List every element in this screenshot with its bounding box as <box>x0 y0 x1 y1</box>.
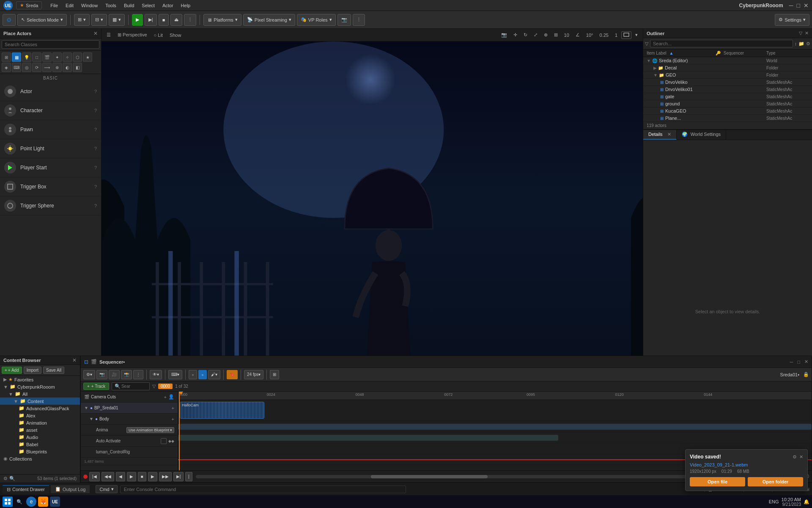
extra-btn[interactable]: ⋮ <box>353 14 365 26</box>
console-input[interactable] <box>120 486 406 493</box>
cb-import-btn[interactable]: Import <box>24 367 41 374</box>
tab-world-settings[interactable]: 🌍 World Settings <box>677 130 726 140</box>
cb-favorites[interactable]: ▶ ★ Favorites <box>0 376 80 383</box>
filter-xr[interactable]: ◈ <box>2 63 11 72</box>
filter-ai[interactable]: ⊕ <box>52 63 62 72</box>
seq-capture-btn[interactable]: 📸 <box>121 370 132 379</box>
seq-ctrl8[interactable]: ▶| <box>173 472 184 481</box>
pawn-help-icon[interactable]: ? <box>94 127 97 132</box>
seq-maximize-btn[interactable]: □ <box>797 359 800 364</box>
open-folder-btn[interactable]: Open folder <box>748 477 803 486</box>
notif-close-icon[interactable]: ✕ <box>799 454 803 460</box>
seq-camera-btn[interactable]: 📷 <box>96 370 107 379</box>
seq-track-anima[interactable]: Anima Use Animation Blueprint ▾ <box>81 425 178 436</box>
menu-tools[interactable]: Tools <box>102 2 120 9</box>
filter-misc[interactable]: ◐ <box>63 63 72 72</box>
filter-nav[interactable]: ◎ <box>22 63 31 72</box>
outliner-settings-icon[interactable]: ⚙ <box>806 41 810 47</box>
place-actors-close[interactable]: ✕ <box>93 30 98 36</box>
seq-eye-btn[interactable]: 👁▾ <box>150 370 162 379</box>
menu-help[interactable]: Help <box>178 2 194 9</box>
edge-btn[interactable]: e <box>26 497 36 507</box>
scale-tool[interactable]: ⤢ <box>531 31 540 39</box>
search-taskbar-btn[interactable]: 🔍 <box>14 497 25 507</box>
filter-visual[interactable]: ✦ <box>52 52 62 62</box>
menu-build[interactable]: Build <box>121 2 137 9</box>
seq-paint-btn[interactable]: 🖌▾ <box>208 370 220 379</box>
cb-content[interactable]: ▼ 📁 Content <box>0 398 80 405</box>
snap-btn[interactable]: ⊞ <box>551 31 560 39</box>
seq-search-input[interactable] <box>121 384 147 389</box>
frame-btn[interactable]: 1 <box>612 32 620 39</box>
scale-val[interactable]: 0.25 <box>597 32 611 39</box>
seq-keys-btn[interactable]: ⌨▾ <box>168 370 182 379</box>
cb-babel[interactable]: 📁 Babel <box>0 441 80 448</box>
seq-transform-btn[interactable]: ⬦ <box>189 370 197 379</box>
camera-cuts-person[interactable]: 👤 <box>168 394 174 400</box>
filter-volumes[interactable]: ⬡ <box>73 52 82 62</box>
eject-btn[interactable]: ⏏ <box>170 14 182 26</box>
seq-track-bp-sreda[interactable]: ▼ ● BP_Sreda01 + <box>81 403 178 414</box>
filter-vfx[interactable]: ✧ <box>63 52 72 62</box>
camera-cut-clip[interactable]: HalloCam <box>180 402 264 419</box>
body-add[interactable]: + <box>172 417 174 422</box>
tree-item-drvo01[interactable]: ⊞ DrvoVeliko01 StaticMeshAc <box>643 86 812 93</box>
seq-close-btn[interactable]: ✕ <box>804 359 808 364</box>
cb-all[interactable]: ▼ 📁 All <box>0 390 80 398</box>
gizmo-btn[interactable]: ⊕ <box>541 31 550 39</box>
viewport-menu-btn[interactable]: ☰ <box>104 31 113 39</box>
cb-collections[interactable]: ◉ Collections <box>0 455 80 462</box>
vp-roles-btn[interactable]: 🎭 VP Roles ▾ <box>297 14 336 26</box>
seq-render-btn[interactable]: 🎥 <box>109 370 120 379</box>
layout-btn[interactable]: ⊟ ▾ <box>91 14 107 26</box>
menu-actor[interactable]: Actor <box>159 2 177 9</box>
cb-advanced[interactable]: 📁 AdvancedGlassPack <box>0 405 80 412</box>
filter-path[interactable]: ⟿ <box>42 63 52 72</box>
seq-play-btn[interactable]: ▶ <box>127 472 136 481</box>
tree-item-drvo[interactable]: ⊞ DrvoVeliko StaticMeshAc <box>643 79 812 86</box>
more-play-btn[interactable]: ⋮ <box>184 14 196 26</box>
seq-track-luman[interactable]: luman_ControlRig <box>81 447 178 458</box>
cb-search-btn[interactable]: 🔍 <box>9 476 15 481</box>
actor-item-pawn[interactable]: Pawn ? <box>0 120 101 139</box>
cb-animation[interactable]: 📁 Animation <box>0 419 80 426</box>
auto-activate-keyframe[interactable]: ◆ <box>168 439 171 443</box>
close-btn[interactable]: ✕ <box>804 2 809 9</box>
seq-lock-btn[interactable]: 🔒 <box>803 372 809 377</box>
player-start-help-icon[interactable]: ? <box>94 165 97 170</box>
notif-bell[interactable]: 🔔 <box>804 499 809 505</box>
lit-btn[interactable]: ○ Lit <box>151 32 165 39</box>
angle-val[interactable]: 10° <box>584 32 596 39</box>
cb-asset[interactable]: 📁 asset <box>0 426 80 433</box>
seq-ctrl1[interactable]: |◀ <box>89 472 100 481</box>
firefox-btn[interactable]: 🦊 <box>38 497 48 507</box>
output-log-tab[interactable]: 📋 Output Log <box>51 485 90 493</box>
tree-item-geo[interactable]: ▼ 📁 GEO Folder <box>643 72 812 79</box>
filter-physics[interactable]: ⟳ <box>32 63 41 72</box>
seq-ctrl6[interactable]: ▶ <box>148 472 157 481</box>
cb-audio[interactable]: 📁 Audio <box>0 433 80 441</box>
actor-item-trigger-sphere[interactable]: Trigger Sphere ? <box>0 196 101 215</box>
ue-taskbar-btn[interactable]: UE <box>50 497 60 507</box>
seq-track-body[interactable]: ▼ ● Body + <box>81 414 178 425</box>
seq-bookmark-btn[interactable]: 🔖 <box>227 370 238 379</box>
seq-track-camera-cuts[interactable]: 🎬 Camera Cuts + 👤 <box>81 392 178 403</box>
filter-basic[interactable]: ▦ <box>12 52 21 62</box>
auto-activate-checkbox[interactable] <box>161 438 167 444</box>
trigger-box-help-icon[interactable]: ? <box>94 184 97 189</box>
content-btn[interactable]: ⊞ ▾ <box>74 14 90 26</box>
actor-item-point-light[interactable]: Point Light ? <box>0 139 101 158</box>
filter-shapes[interactable]: □ <box>32 52 41 62</box>
cb-save-all-btn[interactable]: Save All <box>43 367 64 374</box>
outliner-filter-btn[interactable]: ▽ <box>645 41 648 47</box>
tab-details[interactable]: Details ✕ <box>643 130 677 140</box>
cb-cyberpunk[interactable]: ▼ 📁 CyberpunkRooom <box>0 383 80 390</box>
open-file-btn[interactable]: Open file <box>690 477 745 486</box>
anima-value[interactable]: Use Animation Blueprint ▾ <box>126 427 174 433</box>
outliner-close-btn[interactable]: ✕ <box>805 30 809 36</box>
actor-item-player-start[interactable]: Player Start ? <box>0 158 101 177</box>
seq-more-btn[interactable]: ⋮ <box>133 370 143 379</box>
tree-item-gate[interactable]: ⊞ gate StaticMeshAc <box>643 93 812 100</box>
seq-frame-btn[interactable]: ⊞ <box>270 370 279 379</box>
menu-edit[interactable]: Edit <box>62 2 77 9</box>
